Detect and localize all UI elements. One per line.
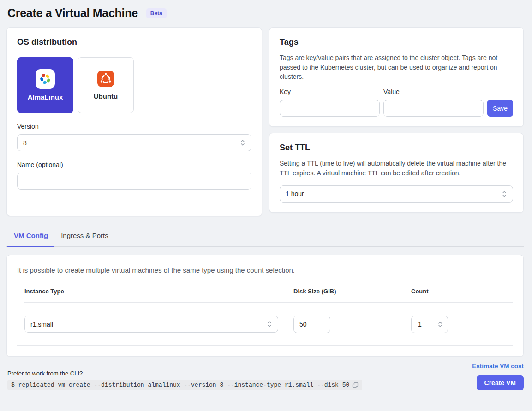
os-tile-label: AlmaLinux bbox=[28, 93, 63, 101]
tag-key-input[interactable] bbox=[280, 100, 380, 117]
ttl-description: Setting a TTL (time to live) will automa… bbox=[280, 159, 513, 178]
cli-section: Prefer to work from the CLI? $ replicate… bbox=[6, 370, 362, 390]
version-label: Version bbox=[17, 123, 251, 130]
right-column: Tags Tags are key/value pairs that are a… bbox=[269, 27, 524, 213]
vm-table: Instance Type Disk Size (GiB) Count r1.s… bbox=[24, 288, 513, 346]
ttl-select-value: 1 hour bbox=[286, 190, 304, 197]
tab-vm-config[interactable]: VM Config bbox=[7, 228, 54, 246]
os-tiles: AlmaLinux Ubuntu bbox=[17, 57, 251, 113]
vm-table-header: Instance Type Disk Size (GiB) Count bbox=[24, 288, 513, 303]
chevron-up-down-icon bbox=[267, 321, 272, 328]
cli-prompt-text: Prefer to work from the CLI? bbox=[7, 370, 362, 377]
version-select-value: 8 bbox=[23, 139, 27, 147]
create-vm-button[interactable]: Create VM bbox=[477, 375, 524, 390]
beta-badge: Beta bbox=[146, 8, 167, 18]
cli-command-box: $ replicated vm create --distribution al… bbox=[7, 380, 362, 390]
cli-command-text: $ replicated vm create --distribution al… bbox=[11, 381, 349, 388]
chevron-up-down-icon bbox=[240, 139, 245, 146]
ttl-card-title: Set TTL bbox=[280, 143, 513, 153]
tag-value-label: Value bbox=[383, 88, 484, 95]
row-divider bbox=[17, 345, 513, 346]
os-card-title: OS distribution bbox=[17, 37, 251, 47]
name-label: Name (optional) bbox=[17, 161, 251, 168]
almalinux-icon bbox=[36, 69, 55, 89]
os-tile-almalinux[interactable]: AlmaLinux bbox=[17, 57, 73, 113]
tab-ingress-ports[interactable]: Ingress & Ports bbox=[54, 228, 115, 246]
copy-icon[interactable] bbox=[352, 382, 359, 388]
save-tag-button[interactable]: Save bbox=[487, 100, 513, 117]
vm-config-intro: It is possible to create multiple virtua… bbox=[17, 266, 513, 274]
footer: Prefer to work from the CLI? $ replicate… bbox=[6, 363, 524, 390]
instance-type-select[interactable]: r1.small bbox=[24, 316, 278, 333]
ttl-card: Set TTL Setting a TTL (time to live) wil… bbox=[269, 133, 524, 212]
column-count: Count bbox=[411, 288, 513, 302]
count-stepper[interactable]: 1 bbox=[411, 316, 448, 333]
column-instance-type: Instance Type bbox=[24, 288, 293, 302]
ubuntu-icon bbox=[97, 70, 114, 88]
tag-value-input[interactable] bbox=[383, 100, 484, 117]
footer-actions: Estimate VM cost Create VM bbox=[472, 363, 524, 390]
chevron-up-down-icon bbox=[502, 191, 507, 197]
count-value: 1 bbox=[418, 321, 422, 328]
tabs-bar: VM Config Ingress & Ports bbox=[6, 228, 524, 247]
name-input[interactable] bbox=[17, 173, 251, 190]
vm-table-row: r1.small 1 bbox=[24, 303, 513, 345]
tags-form: Key Value Save bbox=[280, 88, 513, 117]
ttl-select[interactable]: 1 hour bbox=[280, 185, 513, 203]
page-title: Create a Virtual Machine bbox=[7, 6, 138, 20]
os-tile-label: Ubuntu bbox=[94, 92, 118, 100]
tag-key-label: Key bbox=[280, 88, 380, 95]
top-grid: OS distribution bbox=[6, 27, 524, 216]
os-distribution-card: OS distribution bbox=[6, 27, 262, 216]
create-vm-page: Create a Virtual Machine Beta OS distrib… bbox=[0, 0, 532, 390]
disk-size-input[interactable] bbox=[293, 316, 330, 333]
instance-type-value: r1.small bbox=[30, 321, 53, 328]
page-header: Create a Virtual Machine Beta bbox=[6, 6, 524, 27]
estimate-vm-cost-link[interactable]: Estimate VM cost bbox=[472, 363, 524, 369]
column-disk-size: Disk Size (GiB) bbox=[293, 288, 411, 302]
chevron-up-down-icon bbox=[437, 321, 443, 328]
vm-config-card: It is possible to create multiple virtua… bbox=[6, 255, 524, 357]
tags-description: Tags are key/value pairs that are assign… bbox=[280, 53, 513, 82]
version-select[interactable]: 8 bbox=[17, 134, 251, 151]
tags-card: Tags Tags are key/value pairs that are a… bbox=[269, 27, 524, 127]
os-tile-ubuntu[interactable]: Ubuntu bbox=[78, 57, 134, 113]
tags-card-title: Tags bbox=[280, 37, 513, 47]
